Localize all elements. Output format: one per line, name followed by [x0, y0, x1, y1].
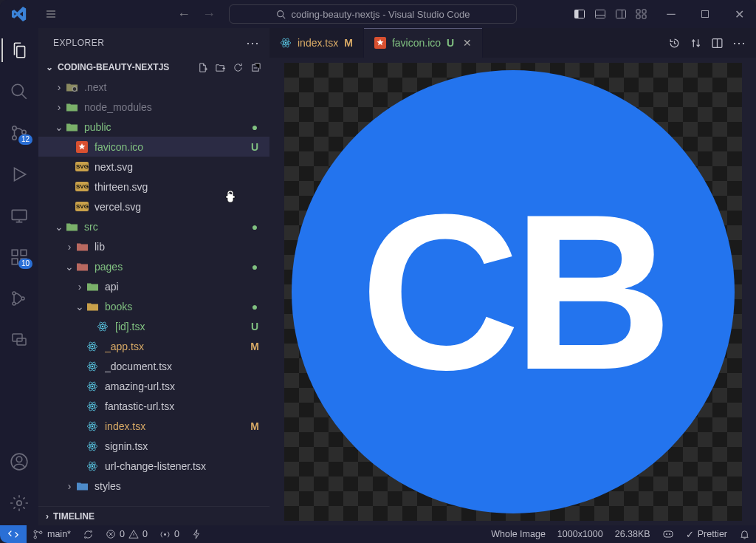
tree-item[interactable]: url-change-listener.tsx — [38, 456, 269, 476]
sync-indicator[interactable] — [77, 525, 100, 543]
tree-item[interactable]: SVGnext.svg — [38, 157, 269, 177]
dimensions-indicator[interactable]: 1000x1000 — [551, 525, 609, 543]
tree-item-label: next.svg — [94, 161, 262, 173]
svg-point-42 — [92, 385, 94, 387]
file-tree: ›.next›node_modules⌄public●favicon.icoUS… — [38, 77, 269, 506]
activity-settings-icon[interactable] — [1, 488, 37, 518]
tree-item[interactable]: amazing-url.tsx — [38, 376, 269, 396]
svg-point-25 — [16, 457, 22, 462]
editor-tabs: index.tsxMfavicon.icoU✕ ⋯ — [269, 28, 756, 58]
collapse-all-icon[interactable] — [250, 62, 262, 73]
tree-item[interactable]: ⌄books● — [38, 296, 269, 316]
copilot-indicator[interactable] — [656, 525, 680, 543]
tree-item[interactable]: ⌄pages● — [38, 256, 269, 276]
svg-point-38 — [92, 365, 94, 367]
tree-item-label: styles — [94, 480, 262, 492]
activity-account-icon[interactable] — [1, 447, 37, 477]
warning-icon — [128, 529, 139, 539]
twisty-icon: › — [63, 480, 75, 492]
tab-label: index.tsx — [298, 37, 338, 49]
problems-indicator[interactable]: 0 0 — [100, 525, 154, 543]
tree-item[interactable]: ›node_modules — [38, 97, 269, 117]
ports-indicator[interactable]: 0 — [154, 525, 185, 543]
activity-scm-icon[interactable]: 12 — [1, 118, 37, 148]
activity-git-graph-icon[interactable] — [1, 284, 37, 313]
hamburger-menu-icon[interactable] — [38, 0, 63, 28]
branch-indicator[interactable]: main* — [27, 525, 77, 543]
editor-more-icon[interactable]: ⋯ — [732, 35, 746, 51]
tree-item[interactable]: ›api — [38, 276, 269, 296]
tree-item[interactable]: ›lib — [38, 236, 269, 256]
tree-item[interactable]: signin.tsx — [38, 436, 269, 456]
window-close-icon[interactable]: ✕ — [722, 0, 756, 28]
project-section-header[interactable]: ⌄ CODING-BEAUTY-NEXTJS — [38, 58, 269, 77]
debug-start-indicator[interactable] — [185, 525, 207, 543]
layout-secondary-icon[interactable] — [613, 6, 629, 22]
tree-item[interactable]: fantastic-url.tsx — [38, 396, 269, 416]
file-icon — [75, 479, 89, 493]
explorer-more-icon[interactable]: ⋯ — [246, 35, 260, 51]
file-icon — [86, 440, 99, 453]
filesize-indicator[interactable]: 26.38KB — [609, 525, 656, 543]
tree-item[interactable]: ⌄public● — [38, 117, 269, 137]
editor-diff-icon[interactable] — [690, 37, 702, 49]
explorer-title: EXPLORER — [53, 38, 104, 48]
window-maximize-icon[interactable] — [688, 0, 722, 28]
notifications-indicator[interactable] — [733, 525, 756, 543]
activity-search-icon[interactable] — [1, 77, 37, 106]
editor-tab[interactable]: index.tsxM — [269, 28, 364, 58]
tree-item[interactable]: [id].tsxU — [38, 316, 269, 336]
layout-customize-icon[interactable] — [633, 6, 650, 22]
new-folder-icon[interactable] — [215, 62, 227, 73]
tree-item-label: .next — [84, 81, 262, 93]
tree-item[interactable]: _app.tsxM — [38, 336, 269, 356]
nav-forward-icon[interactable]: → — [199, 7, 219, 22]
activity-remote-icon[interactable] — [1, 201, 37, 230]
tree-item[interactable]: ⌄src● — [38, 216, 269, 236]
layout-panel-icon[interactable] — [592, 6, 608, 22]
editor-split-icon[interactable] — [711, 37, 724, 49]
file-icon — [65, 120, 78, 134]
svg-point-58 — [92, 465, 94, 467]
tree-item[interactable]: _document.tsx — [38, 356, 269, 376]
file-icon — [86, 300, 99, 313]
activity-extensions-icon[interactable]: 10 — [1, 242, 37, 272]
svg-point-13 — [22, 130, 26, 134]
svg-rect-3 — [596, 10, 605, 18]
tab-close-icon[interactable]: ✕ — [463, 37, 472, 49]
window-minimize-icon[interactable]: ─ — [654, 0, 688, 28]
svg-point-68 — [34, 530, 36, 533]
tree-item[interactable]: SVGvercel.svg — [38, 197, 269, 216]
twisty-icon: › — [63, 241, 75, 253]
zoom-indicator[interactable]: Whole Image — [485, 525, 551, 543]
tree-item[interactable]: favicon.icoU — [38, 137, 269, 157]
nav-back-icon[interactable]: ← — [174, 7, 193, 22]
twisty-icon: ⌄ — [63, 261, 75, 273]
tree-item[interactable]: index.tsxM — [38, 416, 269, 436]
svg-point-50 — [92, 425, 94, 427]
editor-history-icon[interactable] — [668, 37, 681, 49]
editor-tab[interactable]: favicon.icoU✕ — [364, 28, 483, 58]
svg-rect-14 — [12, 210, 27, 219]
refresh-icon[interactable] — [233, 62, 244, 73]
activity-debug-icon[interactable] — [1, 160, 37, 189]
command-center[interactable]: coding-beauty-nextjs - Visual Studio Cod… — [229, 4, 517, 24]
tree-item[interactable]: ›styles — [38, 476, 269, 496]
remote-indicator[interactable] — [0, 525, 27, 543]
editor-body[interactable]: CB — [269, 58, 756, 525]
activity-explorer-icon[interactable] — [1, 35, 37, 65]
tree-item[interactable]: ›.next — [38, 77, 269, 97]
tree-item-label: lib — [94, 241, 262, 253]
prettier-indicator[interactable]: ✓Prettier — [680, 525, 733, 543]
file-icon — [65, 81, 78, 94]
file-icon: SVG — [75, 160, 89, 174]
svg-point-19 — [13, 292, 16, 295]
tree-item[interactable]: SVGthirteen.svg — [38, 177, 269, 197]
new-file-icon[interactable] — [197, 62, 209, 73]
timeline-section-header[interactable]: › TIMELINE — [38, 506, 269, 525]
svg-point-20 — [13, 302, 16, 305]
layout-primary-icon[interactable] — [571, 6, 588, 22]
activity-chat-icon[interactable] — [1, 325, 37, 355]
scm-badge: 12 — [18, 134, 32, 145]
tree-item-label: favicon.ico — [94, 141, 247, 153]
